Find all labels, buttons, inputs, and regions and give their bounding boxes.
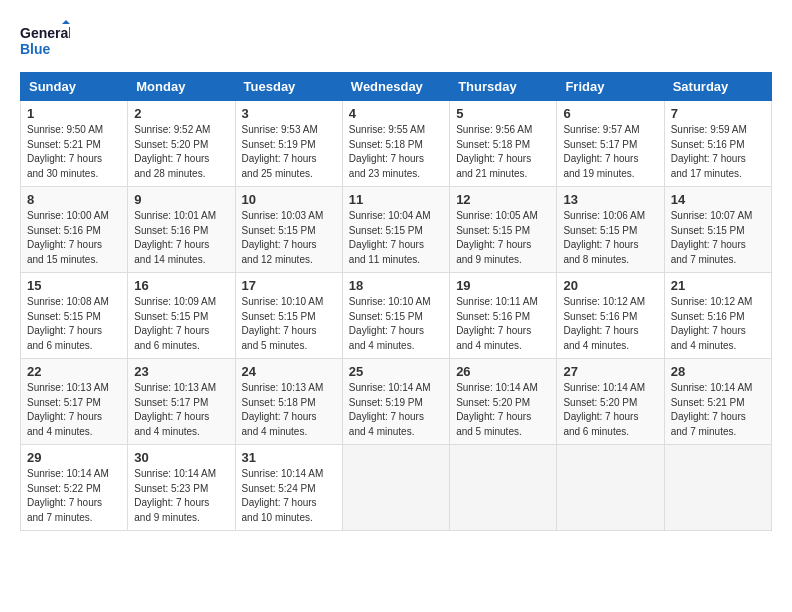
day-number: 19: [456, 278, 550, 293]
calendar-cell: 23Sunrise: 10:13 AM Sunset: 5:17 PM Dayl…: [128, 359, 235, 445]
day-info: Sunrise: 9:59 AM Sunset: 5:16 PM Dayligh…: [671, 123, 765, 181]
day-info: Sunrise: 9:55 AM Sunset: 5:18 PM Dayligh…: [349, 123, 443, 181]
day-info: Sunrise: 10:14 AM Sunset: 5:24 PM Daylig…: [242, 467, 336, 525]
day-info: Sunrise: 10:14 AM Sunset: 5:23 PM Daylig…: [134, 467, 228, 525]
day-info: Sunrise: 10:13 AM Sunset: 5:17 PM Daylig…: [27, 381, 121, 439]
calendar-cell: 26Sunrise: 10:14 AM Sunset: 5:20 PM Dayl…: [450, 359, 557, 445]
svg-text:Blue: Blue: [20, 41, 51, 57]
calendar-cell: 6Sunrise: 9:57 AM Sunset: 5:17 PM Daylig…: [557, 101, 664, 187]
day-number: 8: [27, 192, 121, 207]
calendar-cell: 10Sunrise: 10:03 AM Sunset: 5:15 PM Dayl…: [235, 187, 342, 273]
calendar-table: SundayMondayTuesdayWednesdayThursdayFrid…: [20, 72, 772, 531]
calendar-cell: 22Sunrise: 10:13 AM Sunset: 5:17 PM Dayl…: [21, 359, 128, 445]
day-info: Sunrise: 10:13 AM Sunset: 5:17 PM Daylig…: [134, 381, 228, 439]
calendar-header-monday: Monday: [128, 73, 235, 101]
calendar-cell: 25Sunrise: 10:14 AM Sunset: 5:19 PM Dayl…: [342, 359, 449, 445]
day-number: 18: [349, 278, 443, 293]
logo: GeneralBlue: [20, 20, 70, 62]
svg-text:General: General: [20, 25, 70, 41]
calendar-header-wednesday: Wednesday: [342, 73, 449, 101]
calendar-cell: 2Sunrise: 9:52 AM Sunset: 5:20 PM Daylig…: [128, 101, 235, 187]
calendar-header-sunday: Sunday: [21, 73, 128, 101]
day-number: 2: [134, 106, 228, 121]
day-number: 30: [134, 450, 228, 465]
day-number: 6: [563, 106, 657, 121]
day-number: 21: [671, 278, 765, 293]
calendar-cell: 31Sunrise: 10:14 AM Sunset: 5:24 PM Dayl…: [235, 445, 342, 531]
day-number: 26: [456, 364, 550, 379]
calendar-cell: 3Sunrise: 9:53 AM Sunset: 5:19 PM Daylig…: [235, 101, 342, 187]
day-number: 16: [134, 278, 228, 293]
day-number: 23: [134, 364, 228, 379]
calendar-cell: 12Sunrise: 10:05 AM Sunset: 5:15 PM Dayl…: [450, 187, 557, 273]
calendar-cell: 27Sunrise: 10:14 AM Sunset: 5:20 PM Dayl…: [557, 359, 664, 445]
day-info: Sunrise: 10:14 AM Sunset: 5:20 PM Daylig…: [563, 381, 657, 439]
day-number: 31: [242, 450, 336, 465]
calendar-cell: 1Sunrise: 9:50 AM Sunset: 5:21 PM Daylig…: [21, 101, 128, 187]
day-info: Sunrise: 9:50 AM Sunset: 5:21 PM Dayligh…: [27, 123, 121, 181]
calendar-cell: 30Sunrise: 10:14 AM Sunset: 5:23 PM Dayl…: [128, 445, 235, 531]
calendar-week-row: 22Sunrise: 10:13 AM Sunset: 5:17 PM Dayl…: [21, 359, 772, 445]
calendar-cell: 4Sunrise: 9:55 AM Sunset: 5:18 PM Daylig…: [342, 101, 449, 187]
day-number: 27: [563, 364, 657, 379]
calendar-header-tuesday: Tuesday: [235, 73, 342, 101]
day-info: Sunrise: 10:12 AM Sunset: 5:16 PM Daylig…: [671, 295, 765, 353]
calendar-cell: [557, 445, 664, 531]
day-info: Sunrise: 10:00 AM Sunset: 5:16 PM Daylig…: [27, 209, 121, 267]
calendar-week-row: 1Sunrise: 9:50 AM Sunset: 5:21 PM Daylig…: [21, 101, 772, 187]
calendar-cell: 18Sunrise: 10:10 AM Sunset: 5:15 PM Dayl…: [342, 273, 449, 359]
calendar-cell: 28Sunrise: 10:14 AM Sunset: 5:21 PM Dayl…: [664, 359, 771, 445]
calendar-cell: 15Sunrise: 10:08 AM Sunset: 5:15 PM Dayl…: [21, 273, 128, 359]
day-number: 10: [242, 192, 336, 207]
day-info: Sunrise: 10:05 AM Sunset: 5:15 PM Daylig…: [456, 209, 550, 267]
day-info: Sunrise: 10:14 AM Sunset: 5:22 PM Daylig…: [27, 467, 121, 525]
day-info: Sunrise: 10:04 AM Sunset: 5:15 PM Daylig…: [349, 209, 443, 267]
day-number: 22: [27, 364, 121, 379]
day-info: Sunrise: 10:14 AM Sunset: 5:20 PM Daylig…: [456, 381, 550, 439]
day-info: Sunrise: 10:12 AM Sunset: 5:16 PM Daylig…: [563, 295, 657, 353]
day-number: 11: [349, 192, 443, 207]
day-number: 13: [563, 192, 657, 207]
day-number: 29: [27, 450, 121, 465]
calendar-cell: 13Sunrise: 10:06 AM Sunset: 5:15 PM Dayl…: [557, 187, 664, 273]
calendar-cell: 20Sunrise: 10:12 AM Sunset: 5:16 PM Dayl…: [557, 273, 664, 359]
day-number: 25: [349, 364, 443, 379]
day-info: Sunrise: 10:14 AM Sunset: 5:21 PM Daylig…: [671, 381, 765, 439]
day-info: Sunrise: 10:11 AM Sunset: 5:16 PM Daylig…: [456, 295, 550, 353]
day-number: 3: [242, 106, 336, 121]
calendar-cell: 19Sunrise: 10:11 AM Sunset: 5:16 PM Dayl…: [450, 273, 557, 359]
day-info: Sunrise: 10:03 AM Sunset: 5:15 PM Daylig…: [242, 209, 336, 267]
day-info: Sunrise: 10:10 AM Sunset: 5:15 PM Daylig…: [349, 295, 443, 353]
day-number: 17: [242, 278, 336, 293]
day-info: Sunrise: 10:14 AM Sunset: 5:19 PM Daylig…: [349, 381, 443, 439]
calendar-cell: 17Sunrise: 10:10 AM Sunset: 5:15 PM Dayl…: [235, 273, 342, 359]
calendar-cell: 5Sunrise: 9:56 AM Sunset: 5:18 PM Daylig…: [450, 101, 557, 187]
calendar-cell: [664, 445, 771, 531]
calendar-cell: 11Sunrise: 10:04 AM Sunset: 5:15 PM Dayl…: [342, 187, 449, 273]
calendar-header-row: SundayMondayTuesdayWednesdayThursdayFrid…: [21, 73, 772, 101]
page-header: GeneralBlue: [20, 20, 772, 62]
day-number: 14: [671, 192, 765, 207]
day-info: Sunrise: 10:10 AM Sunset: 5:15 PM Daylig…: [242, 295, 336, 353]
calendar-cell: 21Sunrise: 10:12 AM Sunset: 5:16 PM Dayl…: [664, 273, 771, 359]
day-number: 5: [456, 106, 550, 121]
day-info: Sunrise: 10:13 AM Sunset: 5:18 PM Daylig…: [242, 381, 336, 439]
day-info: Sunrise: 10:07 AM Sunset: 5:15 PM Daylig…: [671, 209, 765, 267]
day-info: Sunrise: 9:53 AM Sunset: 5:19 PM Dayligh…: [242, 123, 336, 181]
calendar-cell: 9Sunrise: 10:01 AM Sunset: 5:16 PM Dayli…: [128, 187, 235, 273]
day-info: Sunrise: 9:57 AM Sunset: 5:17 PM Dayligh…: [563, 123, 657, 181]
calendar-week-row: 29Sunrise: 10:14 AM Sunset: 5:22 PM Dayl…: [21, 445, 772, 531]
day-number: 12: [456, 192, 550, 207]
calendar-cell: [450, 445, 557, 531]
calendar-cell: 24Sunrise: 10:13 AM Sunset: 5:18 PM Dayl…: [235, 359, 342, 445]
day-number: 4: [349, 106, 443, 121]
calendar-week-row: 8Sunrise: 10:00 AM Sunset: 5:16 PM Dayli…: [21, 187, 772, 273]
day-info: Sunrise: 10:09 AM Sunset: 5:15 PM Daylig…: [134, 295, 228, 353]
calendar-week-row: 15Sunrise: 10:08 AM Sunset: 5:15 PM Dayl…: [21, 273, 772, 359]
day-number: 15: [27, 278, 121, 293]
calendar-header-thursday: Thursday: [450, 73, 557, 101]
calendar-cell: [342, 445, 449, 531]
calendar-cell: 7Sunrise: 9:59 AM Sunset: 5:16 PM Daylig…: [664, 101, 771, 187]
day-number: 7: [671, 106, 765, 121]
day-number: 24: [242, 364, 336, 379]
